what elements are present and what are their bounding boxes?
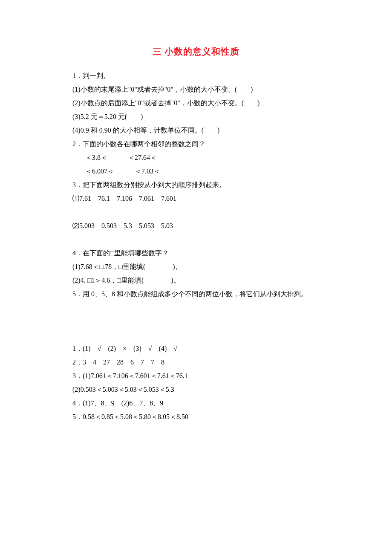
q4-stem: 4．在下面的□里能填哪些数字？: [72, 246, 320, 260]
spacer: [72, 233, 320, 246]
ans-5: 5．0.58＜0.85＜5.08＜5.80＜8.05＜8.50: [72, 410, 320, 424]
q2-stem: 2．下面的小数各在哪两个相邻的整数之间？: [72, 137, 320, 151]
q5-stem: 5．用 0、5、8 和小数点能组成多少个不同的两位小数，将它们从小到大排列。: [72, 287, 320, 301]
ans-1: 1．(1) √ (2) × (3) √ (4) √: [72, 342, 320, 356]
q2-line-2: ＜6.007＜ ＜7.03＜: [72, 165, 320, 178]
ans-2: 2．3 4 27 28 6 7 7 8: [72, 356, 320, 369]
q1-item-1: (1)小数的末尾添上"0"或者去掉"0"，小数的大小不变。( ): [72, 83, 320, 96]
q1-item-4: (4)0.9 和 0.90 的大小相等，计数单位不同。( ): [72, 124, 320, 137]
page-title: 三 小数的意义和性质: [72, 43, 320, 61]
ans-3-2: (2)0.503＜5.003＜5.03＜5.053＜5.3: [72, 383, 320, 396]
q3-stem: 3．把下面两组数分别按从小到大的顺序排列起来。: [72, 178, 320, 192]
spacer: [72, 205, 320, 219]
spacer: [72, 301, 320, 342]
q2-line-1: ＜3.8＜ ＜27.64＜: [72, 151, 320, 165]
q1-stem: 1．判一判。: [72, 69, 320, 83]
q4-item-1: (1)7.68＜□.78，□里能填( )。: [72, 260, 320, 274]
q1-item-3: (3)5.2 元＝5.20 元( ): [72, 110, 320, 124]
q1-item-2: (2)小数点的后面添上"0"或者去掉"0"，小数的大小不变。( ): [72, 96, 320, 110]
q3-item-2: ⑵5.003 0.503 5.3 5.053 5.03: [72, 219, 320, 233]
ans-4: 4．(1)7、8、9 (2)6、7、8、9: [72, 396, 320, 410]
q3-item-1: ⑴7.61 76.1 7.106 7.061 7.601: [72, 192, 320, 205]
q4-item-2: (2)4. □1＞4.6，□里能填( )。: [72, 274, 320, 287]
ans-3-1: 3．(1)7.061＜7.106＜7.601＜7.61＜76.1: [72, 369, 320, 383]
